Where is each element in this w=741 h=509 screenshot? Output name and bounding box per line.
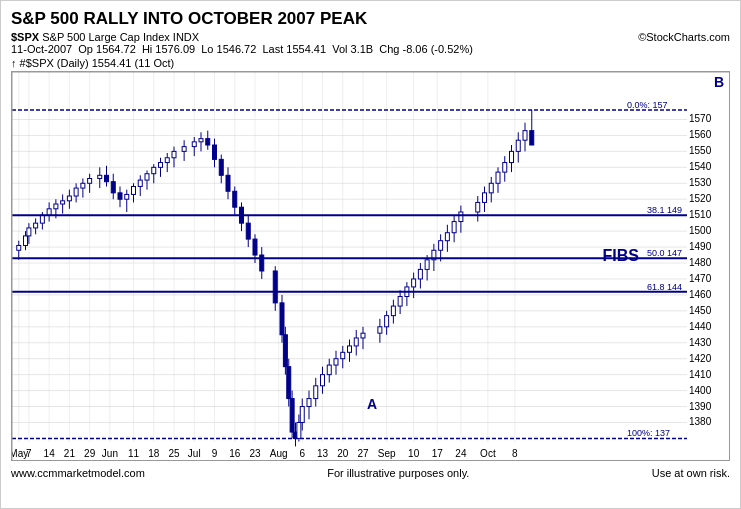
chart-area: B A FIBS <box>11 71 730 461</box>
label-fibs: FIBS <box>603 247 639 265</box>
indicator-info: ↑ #$SPX (Daily) 1554.41 (11 Oct) <box>1 57 740 71</box>
main-container: S&P 500 RALLY INTO OCTOBER 2007 PEAK $SP… <box>0 0 741 509</box>
ticker-info: $SPX S&P 500 Large Cap Index INDX <box>11 31 199 43</box>
footer-center: For illustrative purposes only. <box>327 467 469 479</box>
chart-info: 11-Oct-2007 Op 1564.72 Hi 1576.09 Lo 154… <box>1 43 740 57</box>
label-b: B <box>714 74 724 90</box>
label-a: A <box>367 396 377 412</box>
subtitle-row: $SPX S&P 500 Large Cap Index INDX ©Stock… <box>1 31 740 43</box>
footer-right: Use at own risk. <box>652 467 730 479</box>
watermark: ©StockCharts.com <box>638 31 730 43</box>
footer: www.ccmmarketmodel.com For illustrative … <box>1 463 740 483</box>
footer-left: www.ccmmarketmodel.com <box>11 467 145 479</box>
chart-title: S&P 500 RALLY INTO OCTOBER 2007 PEAK <box>1 1 740 31</box>
